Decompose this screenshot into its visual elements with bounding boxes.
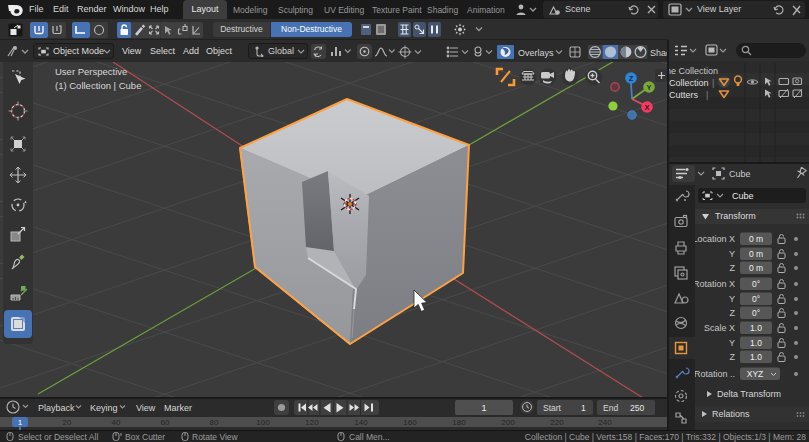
svg-text:Keying: Keying bbox=[90, 403, 118, 413]
svg-text:220: 220 bbox=[550, 418, 564, 427]
svg-text:Box Cutter: Box Cutter bbox=[125, 432, 165, 442]
svg-text:240: 240 bbox=[598, 418, 612, 427]
svg-text:20: 20 bbox=[63, 418, 72, 427]
svg-text:Rotation ..: Rotation .. bbox=[695, 369, 735, 379]
svg-text:User Perspective: User Perspective bbox=[55, 66, 127, 77]
svg-text:140: 140 bbox=[354, 418, 368, 427]
svg-text:Z: Z bbox=[730, 308, 736, 318]
svg-text:200: 200 bbox=[501, 418, 515, 427]
svg-text:1: 1 bbox=[581, 403, 586, 413]
svg-text:160: 160 bbox=[403, 418, 417, 427]
svg-text:0°: 0° bbox=[752, 279, 760, 289]
svg-text:Z: Z bbox=[730, 263, 736, 273]
svg-text:100: 100 bbox=[256, 418, 270, 427]
svg-text:Marker: Marker bbox=[164, 403, 192, 413]
svg-text:Start: Start bbox=[543, 403, 562, 413]
svg-text:Z: Z bbox=[730, 352, 736, 362]
svg-text:120: 120 bbox=[305, 418, 319, 427]
svg-text:60: 60 bbox=[161, 418, 170, 427]
svg-text:0°: 0° bbox=[752, 308, 760, 318]
svg-text:Select or Deselect All: Select or Deselect All bbox=[18, 432, 98, 442]
svg-text:1: 1 bbox=[481, 403, 486, 413]
svg-text:Cutters: Cutters bbox=[669, 90, 699, 100]
svg-text:XYZ: XYZ bbox=[747, 369, 764, 379]
svg-text:0 m: 0 m bbox=[749, 249, 763, 259]
svg-text:0 m: 0 m bbox=[749, 263, 763, 273]
svg-text:Collection | Cube | Verts:158: Collection | Cube | Verts:158 | Faces:17… bbox=[525, 432, 806, 442]
svg-text:80: 80 bbox=[210, 418, 219, 427]
svg-text:Playback: Playback bbox=[38, 403, 75, 413]
svg-text:End: End bbox=[603, 403, 618, 413]
svg-text:Z: Z bbox=[629, 74, 634, 83]
svg-text:Location X: Location X bbox=[695, 234, 735, 244]
svg-text:Delta Transform: Delta Transform bbox=[717, 389, 781, 399]
svg-text:Cube: Cube bbox=[729, 169, 751, 179]
svg-text:Rotate View: Rotate View bbox=[192, 432, 239, 442]
svg-text:Collection: Collection bbox=[669, 78, 709, 88]
svg-text:180: 180 bbox=[452, 418, 466, 427]
svg-text:1.0: 1.0 bbox=[750, 323, 762, 333]
svg-text:Y: Y bbox=[729, 338, 735, 348]
svg-text:Y: Y bbox=[646, 83, 651, 92]
svg-text:1: 1 bbox=[18, 418, 23, 427]
svg-text:Y: Y bbox=[729, 294, 735, 304]
svg-text:250: 250 bbox=[630, 403, 644, 413]
svg-text:Scale X: Scale X bbox=[704, 323, 735, 333]
svg-text:View: View bbox=[136, 403, 156, 413]
svg-text:ne Collection: ne Collection bbox=[668, 66, 718, 76]
svg-text:|: | bbox=[712, 78, 714, 88]
svg-text:1.0: 1.0 bbox=[750, 338, 762, 348]
svg-text:|: | bbox=[706, 90, 708, 100]
svg-text:Rotation X: Rotation X bbox=[695, 279, 735, 289]
svg-text:0°: 0° bbox=[752, 294, 760, 304]
svg-text:40: 40 bbox=[112, 418, 121, 427]
svg-text:X: X bbox=[644, 103, 649, 112]
svg-text:Y: Y bbox=[729, 249, 735, 259]
svg-text:Relations: Relations bbox=[712, 409, 750, 419]
svg-text:Call Men...: Call Men... bbox=[349, 432, 390, 442]
svg-text:(1) Collection | Cube: (1) Collection | Cube bbox=[55, 80, 141, 91]
svg-text:1.0: 1.0 bbox=[750, 352, 762, 362]
svg-text:Overlays: Overlays bbox=[518, 48, 554, 58]
svg-text:0 m: 0 m bbox=[749, 234, 763, 244]
